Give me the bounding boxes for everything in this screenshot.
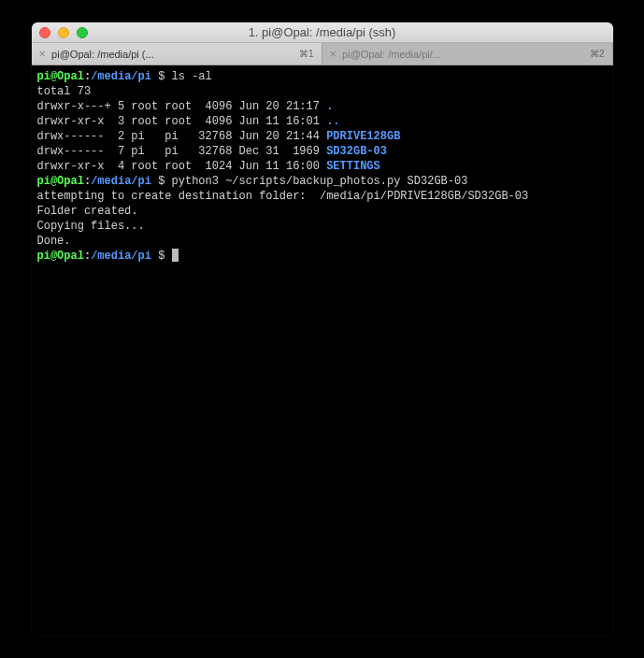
tab-shortcut: ⌘2 [590,49,605,59]
window-controls [32,27,88,38]
tab-2[interactable]: × pi@Opal: /media/pi/... ⌘2 [322,43,613,64]
close-tab-icon[interactable]: × [39,48,47,60]
prompt-path: /media/pi [91,70,151,83]
output-line: Copying files... [37,219,608,234]
ls-perms: drwxr-x---+ 5 root root 4096 Jun 20 21:1… [37,100,327,113]
window-title: 1. pi@Opal: /media/pi (ssh) [32,25,613,39]
command-text: python3 ~/scripts/backup_photos.py SD32G… [172,175,468,188]
prompt-user: pi@Opal [37,70,84,83]
tab-shortcut: ⌘1 [299,49,314,59]
prompt-user: pi@Opal [37,175,84,188]
ls-name: SD32GB-03 [326,145,387,158]
ls-perms: drwx------ 7 pi pi 32768 Dec 31 1969 [37,145,327,158]
close-tab-icon[interactable]: × [330,48,337,60]
ls-name: .. [326,115,339,128]
prompt-user: pi@Opal [37,250,84,263]
tab-label: pi@Opal: /media/pi/... [342,49,584,60]
ls-name: PDRIVE128GB [326,130,400,143]
prompt-dollar: $ [151,250,172,263]
ls-perms: drwxr-xr-x 3 root root 4096 Jun 11 16:01 [37,115,327,128]
tab-bar: × pi@Opal: /media/pi (... ⌘1 × pi@Opal: … [32,43,613,65]
prompt-dollar: $ [151,175,172,188]
ls-perms: drwx------ 2 pi pi 32768 Jun 20 21:44 [37,130,327,143]
ls-name: . [326,100,333,113]
terminal-content[interactable]: pi@Opal:/media/pi $ ls -altotal 73drwxr-… [32,65,613,636]
terminal-window: 1. pi@Opal: /media/pi (ssh) × pi@Opal: /… [32,22,613,636]
ls-perms: drwxr-xr-x 4 root root 1024 Jun 11 16:00 [37,160,327,173]
cursor-icon [172,249,179,262]
minimize-icon[interactable] [58,27,69,38]
output-line: attempting to create destination folder:… [37,189,608,204]
output-line: total 73 [37,84,608,99]
ls-name: SETTINGS [326,160,380,173]
prompt-path: /media/pi [91,250,151,263]
zoom-icon[interactable] [77,27,88,38]
prompt-dollar: $ [151,70,172,83]
titlebar: 1. pi@Opal: /media/pi (ssh) [32,22,613,43]
output-line: Done. [37,234,608,249]
close-icon[interactable] [39,27,50,38]
output-line: Folder created. [37,204,608,219]
command-text: ls -al [172,70,212,83]
tab-label: pi@Opal: /media/pi (... [51,49,293,60]
prompt-path: /media/pi [91,175,151,188]
tab-1[interactable]: × pi@Opal: /media/pi (... ⌘1 [32,43,322,64]
